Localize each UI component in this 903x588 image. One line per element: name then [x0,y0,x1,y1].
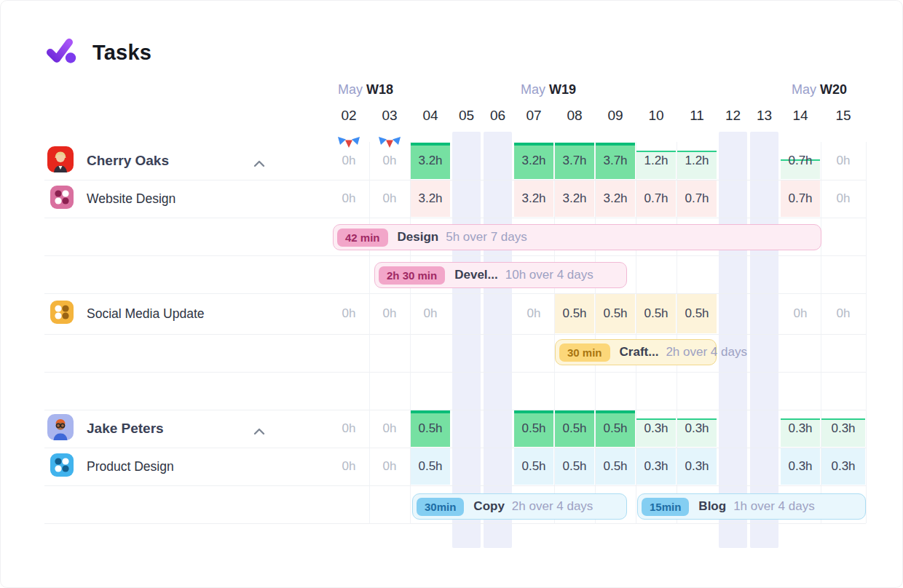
project-name: Website Design [87,191,176,207]
hour-cell[interactable]: 0.5h [411,410,450,447]
hour-cell[interactable]: 0.5h [596,294,635,333]
hour-cell[interactable]: 3.7h [596,143,635,179]
task-bar[interactable]: 15minBlog1h over 4 days [637,493,866,520]
row-divider [44,372,866,373]
row-divider [44,523,866,524]
project-row-label[interactable]: Social Media Update [50,302,204,325]
hour-cell[interactable]: 0.5h [555,410,594,447]
task-title: Devel... [454,268,498,282]
duration-badge: 42 min [337,229,388,247]
day-header: 12 [717,106,749,125]
project-row-label[interactable]: Product Design [50,455,174,478]
hour-cell[interactable]: 3.2h [555,180,594,217]
app-logo-icon [44,36,78,69]
hour-cell[interactable]: 0.5h [555,294,594,333]
hour-cell[interactable]: 3.2h [514,180,553,217]
hour-cell[interactable]: 1.2h [677,143,717,179]
day-header: 02 [328,106,369,125]
day-header: 08 [554,106,595,125]
hour-cell[interactable]: 0.7h [781,180,820,217]
row-divider [44,180,866,180]
hour-cell[interactable]: 0h [370,294,409,333]
collapse-chevron-icon[interactable] [253,425,265,432]
page-title: Tasks [92,41,151,65]
day-header: 05 [451,106,482,125]
row-divider [44,334,866,335]
hour-cell[interactable]: 0.5h [596,410,635,447]
hour-cell[interactable]: 0.5h [677,294,717,333]
hour-cell[interactable]: 0h [370,180,409,217]
hour-cell[interactable]: 0.3h [821,448,865,485]
task-title: Blog [698,499,726,514]
hour-cell[interactable]: 0.7h [636,180,676,217]
hour-cell[interactable]: 0h [821,294,865,333]
hour-cell[interactable]: 0.5h [555,448,594,485]
project-icon [50,453,74,480]
hour-cell[interactable]: 1.2h [636,143,676,179]
row-divider [44,218,866,218]
task-bar[interactable]: 42 minDesign5h over 7 days [333,224,821,250]
hour-cell[interactable]: 0.5h [636,294,676,333]
hour-cell[interactable]: 0h [514,294,553,333]
hour-cell[interactable]: 0.3h [636,410,676,447]
hour-cell[interactable]: 3.2h [411,143,450,179]
day-header: 09 [595,106,636,125]
person-row-label[interactable]: Cherry Oaks [47,148,169,174]
hour-cell[interactable]: 0.3h [821,410,865,447]
day-header: 14 [780,106,821,125]
hour-cell[interactable]: 0.3h [677,448,717,485]
hour-cell[interactable]: 0h [821,180,865,217]
hour-cell[interactable]: 0.3h [677,410,717,447]
hour-cell[interactable]: 0h [370,410,409,447]
task-bar[interactable]: 2h 30 minDevel...10h over 4 days [374,262,627,288]
collapse-chevron-icon[interactable] [253,157,265,164]
hour-cell[interactable]: 0.3h [781,410,820,447]
hour-cell[interactable]: 0.7h [781,143,820,179]
duration-badge: 30 min [559,343,610,362]
day-header: 15 [821,106,866,125]
day-header: 03 [369,106,410,125]
project-name: Product Design [87,459,174,474]
person-name: Jake Peters [87,421,164,437]
hour-cell[interactable]: 0.7h [677,180,717,217]
hour-cell[interactable]: 3.7h [555,143,594,179]
hour-cell[interactable]: 0.5h [514,410,553,447]
project-icon [50,186,74,212]
hour-cell[interactable]: 0h [411,294,450,333]
day-header: 07 [513,106,554,125]
hour-cell[interactable]: 0.3h [781,448,820,485]
task-title: Design [398,230,439,245]
task-bar[interactable]: 30 minCraft...2h over 4 days [555,339,717,365]
hour-cell[interactable]: 0h [821,143,865,179]
hour-cell[interactable]: 0h [370,448,409,485]
row-divider [44,485,866,486]
hour-cell[interactable]: 0h [781,294,820,333]
column-gridline [866,142,867,523]
person-name: Cherry Oaks [87,153,169,169]
hour-cell[interactable]: 0.5h [411,448,450,485]
task-title: Copy [473,499,505,514]
hour-cell[interactable]: 3.2h [411,180,450,217]
hour-cell[interactable]: 0.5h [514,448,553,485]
project-name: Social Media Update [87,306,204,322]
hour-cell[interactable]: 0h [329,294,368,333]
hour-cell[interactable]: 0h [329,180,368,217]
duration-badge: 15min [642,498,689,516]
hour-cell[interactable]: 0h [329,410,368,447]
task-bar[interactable]: 30minCopy2h over 4 days [412,493,627,520]
hour-cell[interactable]: 0h [370,143,409,179]
hour-cell[interactable]: 0.5h [596,448,635,485]
hour-cell[interactable]: 0h [329,448,368,485]
person-row-label[interactable]: Jake Peters [47,416,164,442]
task-title: Craft... [620,345,659,359]
hour-cell[interactable]: 0.3h [636,448,676,485]
project-row-label[interactable]: Website Design [50,187,176,210]
project-icon [50,301,74,327]
task-meta: 2h over 4 days [512,499,594,514]
row-divider [44,293,866,294]
day-header: 06 [482,106,513,125]
task-meta: 1h over 4 days [733,499,815,514]
hour-cell[interactable]: 3.2h [596,180,635,217]
hour-cell[interactable]: 0h [329,143,368,179]
hour-cell[interactable]: 3.2h [514,143,553,179]
